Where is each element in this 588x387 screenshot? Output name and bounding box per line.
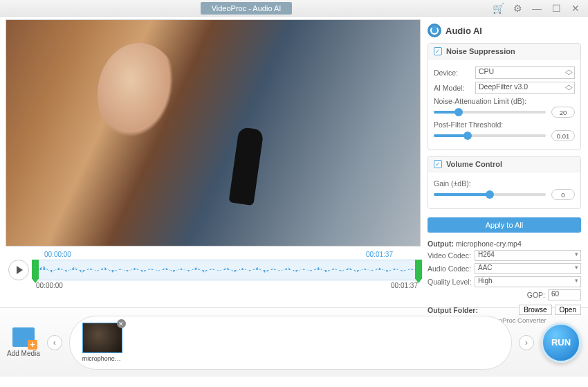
run-button[interactable]: RUN xyxy=(541,323,581,363)
device-label: Device: xyxy=(434,69,472,77)
noise-suppression-title: Noise Suppression xyxy=(446,47,515,55)
attenuation-slider[interactable] xyxy=(434,111,546,114)
video-codec-label: Video Codec: xyxy=(428,251,475,260)
postfilter-slider[interactable] xyxy=(434,134,546,137)
maximize-icon[interactable]: ☐ xyxy=(551,3,562,14)
trim-handle-left[interactable] xyxy=(32,260,39,283)
minimize-icon[interactable]: — xyxy=(531,3,542,14)
clip-start-time: 00:00:00 xyxy=(36,282,63,289)
clip-item[interactable]: ✕ microphone-cry.m xyxy=(82,323,122,362)
clip-remove-icon[interactable]: ✕ xyxy=(117,319,126,328)
titlebar: VideoProc - Audio AI 🛒 ⚙ — ☐ ✕ xyxy=(0,0,588,17)
clip-filename: microphone-cry.m xyxy=(82,355,122,362)
noise-suppression-checkbox[interactable]: ✓ xyxy=(434,47,442,55)
clip-next-button[interactable]: › xyxy=(519,335,534,350)
volume-control-title: Volume Control xyxy=(446,160,502,168)
open-button[interactable]: Open xyxy=(555,305,581,315)
output-label: Output: xyxy=(428,240,454,248)
trim-end-time: 00:01:37 xyxy=(366,251,393,258)
add-media-icon xyxy=(12,327,35,347)
close-icon[interactable]: ✕ xyxy=(570,3,581,14)
browse-button[interactable]: Browse xyxy=(519,305,551,315)
cart-icon[interactable]: 🛒 xyxy=(493,3,504,14)
output-folder-label: Output Folder: xyxy=(428,306,478,314)
audio-codec-label: Audio Codec: xyxy=(428,264,475,273)
clip-prev-button[interactable]: ‹ xyxy=(47,335,62,350)
device-select[interactable]: CPU xyxy=(475,66,575,79)
add-media-button[interactable]: Add Media xyxy=(7,327,40,357)
clip-strip: ✕ microphone-cry.m xyxy=(69,316,512,370)
video-codec-select[interactable]: H264 xyxy=(475,250,581,261)
audio-codec-select[interactable]: AAC xyxy=(475,263,581,274)
side-panel-header: Audio AI xyxy=(428,24,581,37)
clip-thumbnail[interactable]: ✕ xyxy=(82,323,122,353)
ai-model-label: AI Model: xyxy=(434,84,472,92)
waveform-timeline[interactable] xyxy=(33,260,421,280)
trim-start-time: 00:00:00 xyxy=(44,251,71,258)
video-preview[interactable] xyxy=(6,19,421,246)
play-button[interactable] xyxy=(8,260,29,280)
noise-suppression-panel: ✓ Noise Suppression Device: CPU AI Model… xyxy=(428,43,581,150)
settings-icon[interactable]: ⚙ xyxy=(512,3,523,14)
clip-end-time: 00:01:37 xyxy=(391,282,418,289)
gop-label: GOP: xyxy=(527,291,545,299)
volume-control-checkbox[interactable]: ✓ xyxy=(434,160,442,168)
gain-label: Gain (±dB): xyxy=(434,179,575,188)
postfilter-value: 0.01 xyxy=(551,130,575,141)
output-filename: microphone-cry.mp4 xyxy=(456,240,522,248)
ai-model-select[interactable]: DeepFilter v3.0 xyxy=(475,82,575,94)
postfilter-label: Post-Filter Threshold: xyxy=(434,120,575,129)
audio-ai-icon xyxy=(428,24,441,37)
quality-label: Quality Level: xyxy=(428,278,475,286)
trim-handle-right[interactable] xyxy=(415,260,422,283)
gain-value: 0 xyxy=(551,189,575,200)
gop-input[interactable]: 60 xyxy=(548,289,581,300)
app-title: VideoProc - Audio AI xyxy=(201,2,293,15)
apply-to-all-button[interactable]: Apply to All xyxy=(428,217,581,233)
attenuation-label: Noise-Attenuation Limit (dB): xyxy=(434,97,575,105)
quality-select[interactable]: High xyxy=(475,276,581,287)
volume-control-panel: ✓ Volume Control Gain (±dB): 0 xyxy=(428,156,581,209)
gain-slider[interactable] xyxy=(434,193,546,196)
attenuation-value: 20 xyxy=(551,107,575,118)
